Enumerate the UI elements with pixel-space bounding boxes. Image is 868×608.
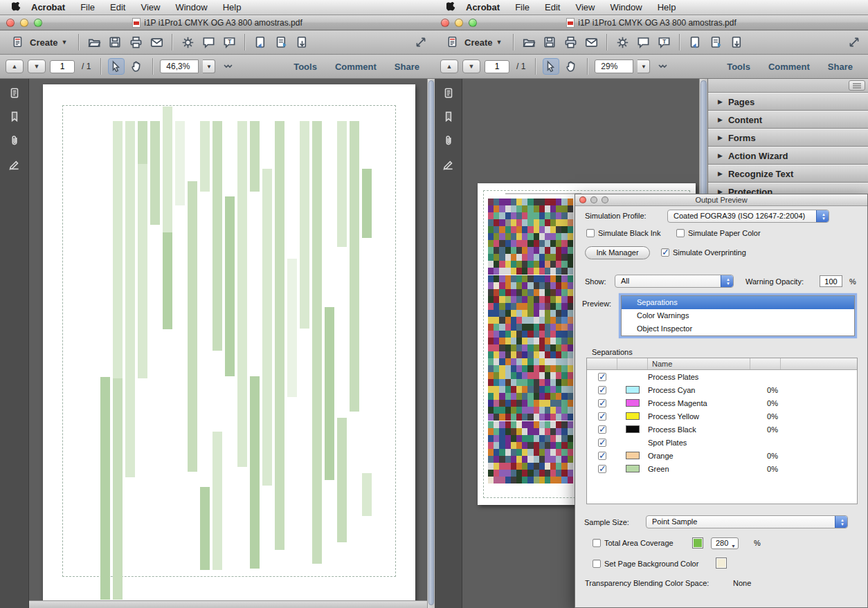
open-file-icon[interactable] [86,34,102,50]
share-button[interactable]: Share [395,62,419,72]
menu-edit[interactable]: Edit [102,2,133,12]
comment-bubble-icon[interactable] [635,34,651,50]
create-button[interactable]: Create ▼ [6,33,71,52]
create-button[interactable]: Create ▼ [440,33,506,52]
menu-help[interactable]: Help [215,2,249,12]
menu-help[interactable]: Help [650,2,684,12]
page-number-input[interactable] [485,60,509,73]
simulate-overprinting-checkbox[interactable] [661,248,669,257]
open-file-icon[interactable] [521,34,537,50]
simulate-paper-color-checkbox[interactable] [676,229,685,237]
ink-manager-button[interactable]: Ink Manager [585,246,650,259]
select-tool-icon[interactable] [108,58,125,75]
separation-row-orange[interactable]: Orange0% [587,449,857,462]
doc-action-icon-3[interactable] [293,34,310,50]
toolbar-options-icon[interactable] [654,58,671,75]
menu-acrobat[interactable]: Acrobat [458,2,507,12]
zoom-button[interactable] [34,19,42,27]
panel-item-pages[interactable]: ▶Pages [708,93,868,111]
preview-option-separations[interactable]: Separations [622,296,854,309]
preview-mode-list[interactable]: SeparationsColor WarningsObject Inspecto… [621,295,855,336]
panel-item-forms[interactable]: ▶Forms [708,129,868,147]
menu-view[interactable]: View [568,2,602,12]
page-thumbnails-icon[interactable] [5,84,24,102]
zoom-button[interactable] [469,19,477,27]
page-thumbnails-icon[interactable] [439,84,458,102]
separation-checkbox[interactable] [598,452,606,460]
separation-checkbox[interactable] [598,386,606,394]
apple-menu-icon[interactable] [443,2,458,12]
separation-checkbox[interactable] [598,425,606,434]
save-icon[interactable] [107,34,123,50]
print-icon[interactable] [127,34,144,50]
menu-edit[interactable]: Edit [537,2,568,12]
preview-option-object-inspector[interactable]: Object Inspector [622,322,854,335]
separation-checkbox[interactable] [598,373,606,381]
doc-action-icon-1[interactable] [252,34,269,50]
apple-menu-icon[interactable] [8,2,24,12]
minimize-button[interactable] [20,19,28,27]
separation-checkbox[interactable] [598,412,606,421]
previous-page-button[interactable]: ▲ [440,59,458,73]
comment-button[interactable]: Comment [768,62,810,72]
menu-file[interactable]: File [73,2,102,12]
doc-action-icon-3[interactable] [728,34,745,50]
panel-item-content[interactable]: ▶Content [708,111,868,129]
separation-row-spot-plates[interactable]: Spot Plates [587,436,857,449]
toolbar-options-icon[interactable] [219,58,236,75]
signatures-icon[interactable] [5,155,24,173]
separations-table[interactable]: Name Process PlatesProcess Cyan0%Process… [586,358,858,504]
menu-file[interactable]: File [507,2,537,12]
previous-page-button[interactable]: ▲ [6,59,24,73]
menu-window[interactable]: Window [168,2,215,12]
share-button[interactable]: Share [828,62,853,72]
signatures-icon[interactable] [439,155,458,173]
doc-action-icon-1[interactable] [687,34,703,50]
comment-bubble-icon[interactable] [200,34,217,50]
expand-toolbar-icon[interactable] [413,34,429,50]
simulate-black-ink-checkbox[interactable] [586,229,595,237]
separation-row-process-black[interactable]: Process Black0% [587,423,857,436]
panel-options-icon[interactable] [849,80,865,91]
hand-tool-icon[interactable] [563,58,580,75]
tools-button[interactable]: Tools [727,62,750,72]
gear-icon[interactable] [179,34,196,50]
close-button[interactable] [441,19,449,27]
sample-size-select[interactable]: Point Sample [646,515,848,528]
save-icon[interactable] [541,34,558,50]
next-page-button[interactable]: ▼ [28,59,46,73]
menu-acrobat[interactable]: Acrobat [24,2,73,12]
panel-item-action-wizard[interactable]: ▶Action Wizard [708,147,868,165]
email-icon[interactable] [148,34,165,50]
bookmarks-icon[interactable] [439,108,458,126]
tools-button[interactable]: Tools [293,62,317,72]
preview-option-color-warnings[interactable]: Color Warnings [622,309,854,322]
zoom-dropdown-button[interactable]: ▼ [638,59,650,73]
page-number-input[interactable] [50,60,75,73]
separation-row-process-plates[interactable]: Process Plates [587,370,857,383]
title-bar[interactable]: i1P i1Pro1 CMYK OG A3 800 amostras.pdf [435,15,868,30]
pdf-page-green-separation[interactable] [43,84,415,602]
separation-checkbox[interactable] [598,465,606,473]
next-page-button[interactable]: ▼ [462,59,480,73]
vertical-scrollbar[interactable] [427,79,435,608]
page-bg-color-swatch[interactable] [716,558,727,569]
show-select[interactable]: All [615,275,734,288]
gear-icon[interactable] [614,34,631,50]
menu-view[interactable]: View [133,2,168,12]
menu-window[interactable]: Window [602,2,649,12]
zoom-level-value[interactable]: 29% [595,59,633,73]
tac-color-swatch[interactable] [692,537,703,549]
minimize-button[interactable] [455,19,463,27]
separation-row-green[interactable]: Green0% [587,462,857,475]
email-icon[interactable] [583,34,599,50]
separation-row-process-cyan[interactable]: Process Cyan0% [587,383,857,396]
hand-tool-icon[interactable] [129,58,145,75]
close-button[interactable] [6,19,15,27]
print-icon[interactable] [562,34,579,50]
doc-action-icon-2[interactable] [273,34,289,50]
separation-row-process-yellow[interactable]: Process Yellow0% [587,409,857,423]
set-page-bg-checkbox[interactable] [593,560,601,568]
separation-row-process-magenta[interactable]: Process Magenta0% [587,396,857,409]
expand-toolbar-icon[interactable] [846,34,862,50]
